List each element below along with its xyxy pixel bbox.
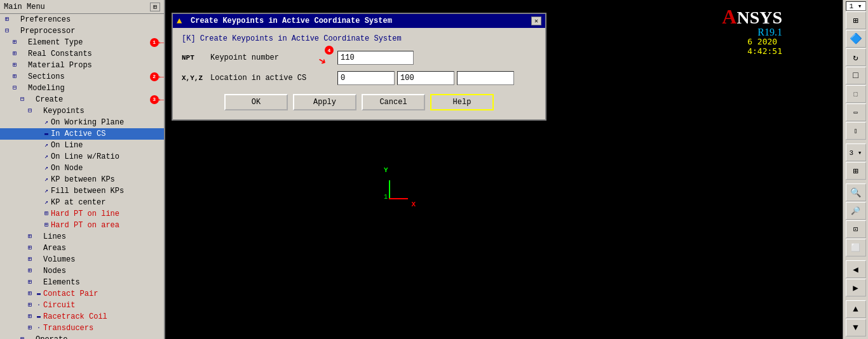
expand-icon-material-props[interactable]: ⊞ (10, 60, 19, 70)
isometric-view-icon[interactable]: 🔷 (846, 30, 866, 48)
sidebar-item-sections[interactable]: ⊞Sections2← (0, 71, 164, 83)
expand-icon-racetrack-coil[interactable]: ⊞ (25, 312, 34, 322)
right-view-icon[interactable]: ▯ (846, 122, 866, 140)
sidebar-item-operate[interactable]: ⊞Operate (0, 334, 164, 339)
dialog-buttons: OK Apply Cancel Help (182, 94, 536, 110)
sidebar-item-material-props[interactable]: ⊞Material Props (0, 60, 164, 71)
pan-down-icon[interactable]: ▼ (846, 319, 866, 336)
item-icon-kp-between-kps: ↗ (42, 175, 51, 185)
expand-icon-areas[interactable]: ⊞ (25, 243, 34, 253)
sidebar-item-volumes[interactable]: ⊞Volumes (0, 254, 164, 265)
sidebar-item-on-working-plane[interactable]: ↗On Working Plane (0, 117, 164, 128)
expand-icon-transducers[interactable]: ⊞ (25, 323, 34, 333)
ansys-date: 6 2020 (747, 37, 782, 46)
help-button[interactable]: Help (430, 94, 494, 110)
front-view-icon[interactable]: □ (846, 67, 866, 84)
expand-icon-sections[interactable]: ⊞ (10, 72, 19, 82)
sidebar-item-contact-pair[interactable]: ⊞▬Contact Pair (0, 288, 164, 300)
view-dropdown[interactable]: 1 ▾ (846, 1, 866, 11)
sidebar-item-real-constants[interactable]: ⊞Real Constants (0, 48, 164, 60)
sidebar-item-in-active-cs[interactable]: ▬In Active CS (0, 128, 164, 140)
y-axis (389, 180, 390, 199)
sidebar-item-racetrack-coil[interactable]: ⊞▬Racetrack Coil (0, 311, 164, 322)
sidebar-item-nodes[interactable]: ⊞Nodes (0, 265, 164, 277)
sidebar-item-elements[interactable]: ⊞Elements (0, 277, 164, 288)
annotation-badge-1: 1 (150, 38, 159, 47)
ok-button[interactable]: OK (224, 94, 288, 110)
expand-icon-volumes[interactable]: ⊞ (25, 255, 34, 265)
sidebar-item-preprocessor[interactable]: ⊟Preprocessor (0, 25, 164, 37)
num3-dropdown[interactable]: 3 ▾ (846, 143, 866, 161)
y-coordinate-input[interactable] (397, 71, 454, 85)
expand-icon-elements[interactable]: ⊞ (25, 277, 34, 288)
sidebar-item-circuit[interactable]: ⊞·Circuit (0, 300, 164, 311)
sidebar-item-element-type[interactable]: ⊞Element Type1← (0, 37, 164, 48)
grid-icon[interactable]: ⊞ (846, 162, 866, 180)
zoom-in-icon[interactable]: 🔍 (846, 183, 866, 201)
sidebar-item-hard-pt-on-area[interactable]: ⊞Hard PT on area (0, 220, 164, 231)
sidebar-label-preprocessor: Preprocessor (20, 26, 164, 36)
sidebar-label-operate: Operate (36, 335, 164, 339)
rotate-icon[interactable]: ↻ (846, 48, 866, 66)
sidebar-label-on-line-wratio: On Line w/Ratio (51, 152, 164, 162)
reset-icon[interactable]: ⊞ (846, 11, 866, 29)
dialog-close-button[interactable]: ✕ (531, 17, 541, 25)
pan-left-icon[interactable]: ◀ (846, 260, 866, 278)
sidebar-label-fill-between-kps: Fill between KPs (51, 186, 164, 196)
zoom-window-icon[interactable]: ⬜ (846, 239, 866, 256)
expand-icon-contact-pair[interactable]: ⊞ (25, 289, 34, 299)
dialog-body: [K] Create Keypoints in Active Coordinat… (173, 28, 545, 119)
main-viewport: ANSYS R19.1 6 2020 4:42:51 Y X 1 ▲ Creat… (165, 0, 843, 339)
expand-icon-operate[interactable]: ⊞ (18, 335, 27, 339)
sidebar-item-on-node[interactable]: ↗On Node (0, 163, 164, 174)
sidebar-item-areas[interactable]: ⊞Areas (0, 243, 164, 254)
expand-icon-preprocessor[interactable]: ⊟ (3, 26, 11, 36)
sidebar-item-hard-pt-on-line[interactable]: ⊞Hard PT on line (0, 208, 164, 220)
sidebar-tree: ⊞Preferences⊟Preprocessor⊞Element Type1←… (0, 14, 164, 339)
item-icon-on-working-plane: ↗ (42, 117, 51, 128)
pan-up-icon[interactable]: ▲ (846, 300, 866, 318)
sidebar-collapse-button[interactable]: ⊞ (150, 3, 160, 11)
sidebar-item-fill-between-kps[interactable]: ↗Fill between KPs (0, 185, 164, 197)
cancel-button[interactable]: Cancel (362, 94, 425, 110)
sidebar-item-on-line-wratio[interactable]: ↗On Line w/Ratio (0, 151, 164, 163)
expand-icon-modeling[interactable]: ⊟ (10, 83, 19, 93)
pan-right-icon[interactable]: ▶ (846, 279, 866, 296)
zoom-fit-icon[interactable]: ⊡ (846, 220, 866, 238)
keypoint-number-input[interactable] (337, 51, 414, 65)
sidebar-item-lines[interactable]: ⊞Lines (0, 231, 164, 243)
sidebar-item-on-line[interactable]: ↗On Line (0, 140, 164, 151)
zoom-out-icon[interactable]: 🔎 (846, 202, 866, 220)
top-view-icon[interactable]: ▭ (846, 103, 866, 121)
expand-icon-keypoints[interactable]: ⊟ (25, 106, 34, 116)
sidebar-label-on-line: On Line (51, 140, 164, 150)
sidebar-item-kp-at-center[interactable]: ↗KP at center (0, 197, 164, 208)
x-coordinate-input[interactable] (337, 71, 395, 85)
expand-icon-nodes[interactable]: ⊞ (25, 266, 34, 276)
back-view-icon[interactable]: ⬚ (846, 85, 866, 103)
item-icon-in-active-cs: ▬ (42, 129, 51, 139)
sidebar-label-material-props: Material Props (28, 60, 164, 70)
sidebar-item-keypoints[interactable]: ⊟Keypoints (0, 105, 164, 117)
z-coordinate-input[interactable] (457, 71, 514, 85)
sidebar-label-contact-pair: Contact Pair (43, 289, 164, 299)
sidebar-item-kp-between-kps[interactable]: ↗KP between KPs (0, 174, 164, 185)
coordinate-axes: Y X 1 (381, 168, 413, 199)
expand-icon-create[interactable]: ⊟ (18, 95, 27, 105)
expand-icon-real-constants[interactable]: ⊞ (10, 49, 19, 59)
sidebar-item-modeling[interactable]: ⊟Modeling (0, 83, 164, 94)
sidebar-label-on-working-plane: On Working Plane (51, 117, 164, 128)
sidebar-header: Main Menu ⊞ (0, 0, 164, 14)
npt-inputs (337, 51, 536, 65)
apply-button[interactable]: Apply (293, 94, 356, 110)
ansys-time: 4:42:51 (747, 46, 782, 56)
sidebar-label-in-active-cs: In Active CS (51, 129, 164, 139)
sidebar-item-preferences[interactable]: ⊞Preferences (0, 14, 164, 25)
expand-icon-circuit[interactable]: ⊞ (25, 300, 34, 310)
expand-icon-lines[interactable]: ⊞ (25, 232, 34, 242)
location-row: X,Y,Z Location in active CS ➜ 4 (182, 71, 536, 85)
sidebar-item-create[interactable]: ⊟Create3← (0, 94, 164, 105)
sidebar-item-transducers[interactable]: ⊞·Transducers (0, 322, 164, 334)
expand-icon-element-type[interactable]: ⊞ (10, 37, 19, 48)
expand-icon-preferences[interactable]: ⊞ (3, 15, 11, 25)
